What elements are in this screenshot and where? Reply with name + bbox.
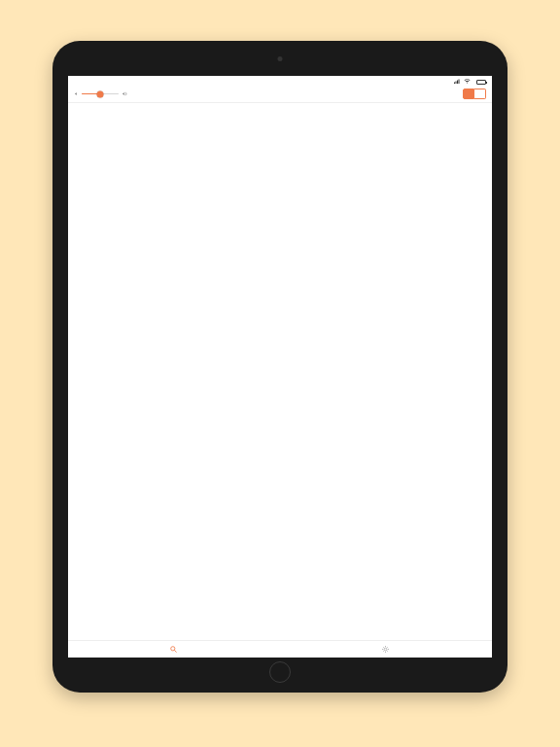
speaker-high-icon: [122, 91, 127, 97]
wifi-icon: [464, 79, 471, 85]
main-area: [68, 103, 492, 632]
svg-rect-2: [457, 81, 458, 85]
status-bar: [68, 76, 492, 86]
app-toolbar: [68, 86, 492, 103]
volume-slider-thumb[interactable]: [97, 90, 104, 97]
fretboard[interactable]: [232, 111, 330, 588]
tab-bar: [68, 640, 492, 658]
app-screen: [68, 76, 492, 658]
accidental-toggle: [463, 89, 486, 99]
device-frame: [52, 41, 508, 693]
speaker-low-icon: [74, 91, 79, 97]
volume-slider[interactable]: [82, 93, 119, 95]
svg-rect-3: [459, 80, 460, 85]
tab-fretboard[interactable]: [68, 641, 280, 658]
svg-line-5: [174, 650, 176, 652]
gear-icon: [382, 646, 389, 654]
volume-control: [74, 91, 127, 97]
battery-icon: [476, 80, 486, 85]
signal-icon: [454, 79, 461, 85]
device-home-button: [269, 661, 291, 683]
flat-button[interactable]: [474, 89, 486, 99]
sharp-button[interactable]: [463, 89, 474, 99]
svg-rect-0: [454, 83, 455, 85]
tab-settings[interactable]: [280, 641, 492, 658]
search-icon: [170, 646, 177, 654]
chord-results-row: [68, 632, 492, 640]
svg-point-6: [384, 648, 387, 651]
device-camera: [278, 56, 283, 61]
svg-rect-1: [456, 82, 457, 85]
